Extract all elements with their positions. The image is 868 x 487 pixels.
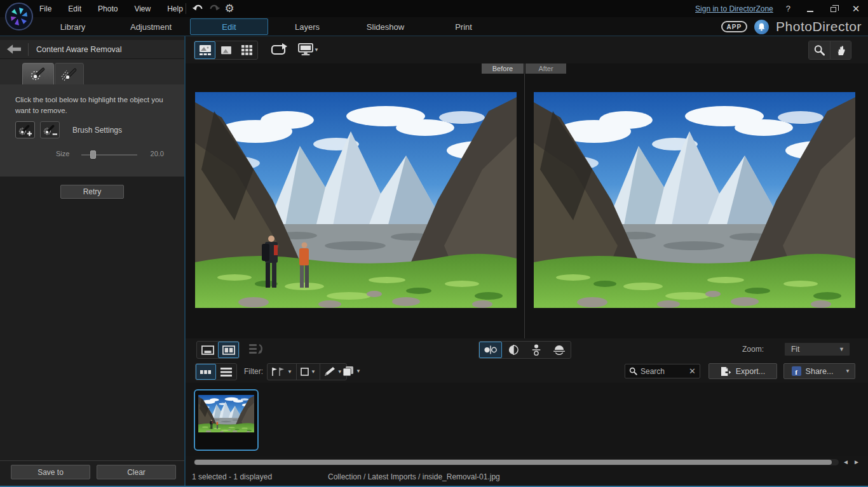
app-logo-icon [5, 3, 33, 30]
panel-bottom-bar: Save to Clear [0, 460, 184, 487]
brush-subtract-button[interactable] [40, 121, 60, 138]
restore-button[interactable] [826, 3, 840, 15]
split-view-icon [222, 345, 235, 355]
filter-label: Filter: [244, 367, 263, 376]
thumbnail-selected[interactable] [194, 389, 259, 451]
menu-photo[interactable]: Photo [98, 4, 118, 13]
scroll-right-arrow[interactable]: ► [853, 458, 860, 465]
list-view-button[interactable] [216, 364, 236, 380]
scroll-left-arrow[interactable]: ◄ [843, 458, 849, 465]
filter-color-label-button[interactable]: ▼ [296, 364, 320, 380]
adjustment-history-icon[interactable] [249, 344, 264, 357]
search-input[interactable] [641, 367, 686, 376]
brush-add-button[interactable] [15, 121, 35, 138]
back-arrow-icon [7, 44, 21, 54]
split-view-button[interactable] [218, 342, 239, 358]
retry-button[interactable]: Retry [60, 185, 124, 199]
color-label-icon [301, 368, 309, 376]
after-image[interactable] [534, 92, 855, 308]
back-button[interactable] [0, 40, 28, 59]
share-dropdown-button[interactable]: ▼ [841, 363, 855, 379]
before-image[interactable] [195, 92, 517, 308]
magnifier-icon [813, 44, 825, 56]
compare-side-by-side-button[interactable] [479, 342, 502, 358]
brush-select-icon [30, 67, 46, 82]
app-badge: APP [721, 21, 748, 32]
sign-in-link[interactable]: Sign in to DirectorZone [695, 4, 773, 13]
stack-caret: ▼ [356, 368, 361, 374]
minimize-button[interactable] [803, 3, 817, 15]
rotate-photo-button[interactable] [268, 41, 290, 58]
notification-bell-icon[interactable] [754, 20, 769, 34]
viewer-only-mode-button[interactable] [215, 41, 236, 59]
viewer-and-browser-mode-button[interactable] [194, 41, 215, 59]
zoom-dropdown[interactable]: Fit ▼ [784, 342, 850, 356]
smart-brush-tab[interactable] [22, 63, 54, 84]
before-label: Before [482, 63, 524, 74]
secondary-monitor-button[interactable]: ▼ [295, 41, 322, 58]
menu-file[interactable]: File [39, 4, 51, 13]
compare-divider [524, 63, 525, 338]
tab-slideshow[interactable]: Slideshow [346, 18, 424, 35]
viewer-browser-icon [199, 44, 212, 56]
search-box[interactable]: ✕ [625, 364, 700, 378]
filter-group: ▼ ▼ ▼ [267, 363, 347, 380]
save-to-button[interactable]: Save to [11, 465, 90, 479]
menu-edit[interactable]: Edit [68, 4, 81, 13]
compare-mode-group [478, 341, 571, 359]
single-view-icon [201, 345, 214, 355]
single-view-button[interactable] [197, 342, 218, 358]
status-bar: 1 selected - 1 displayed Collection / La… [186, 468, 868, 487]
thumbnail-image [198, 395, 254, 432]
scrollbar-track[interactable] [194, 459, 839, 465]
share-button[interactable]: f Share... [783, 363, 841, 379]
redo-icon[interactable] [208, 2, 222, 15]
tab-edit[interactable]: Edit [190, 18, 268, 35]
zoom-tool-button[interactable] [809, 41, 830, 59]
pan-tool-button[interactable] [830, 41, 851, 59]
size-value: 20.0 [151, 150, 164, 157]
size-row: Size 20.0 [0, 148, 184, 161]
tab-layers[interactable]: Layers [268, 18, 346, 35]
menu-view[interactable]: View [134, 4, 151, 13]
menu-help[interactable]: Help [167, 4, 183, 13]
export-button[interactable]: Export... [709, 363, 777, 379]
zoom-label: Zoom: [742, 345, 764, 354]
filmstrip-scroll-row: ◄ ► [186, 456, 868, 468]
scrollbar-thumb[interactable] [194, 460, 832, 465]
tab-adjustment[interactable]: Adjustment [112, 18, 190, 35]
brush-settings-label: Brush Settings [72, 126, 122, 135]
compare-split-left-right-button[interactable] [502, 342, 525, 358]
titlebar-right: Sign in to DirectorZone ? ✕ [695, 0, 863, 17]
line-removal-tab[interactable] [55, 63, 84, 84]
thumbnail-view-button[interactable] [196, 364, 216, 380]
stack-versions-button[interactable]: ▼ [339, 363, 365, 379]
tab-library[interactable]: Library [34, 18, 112, 35]
compare-split-top-bottom-button[interactable] [548, 342, 571, 358]
help-icon[interactable]: ? [782, 4, 794, 13]
brush-row: Brush Settings [15, 121, 122, 138]
slider-thumb[interactable] [90, 150, 96, 159]
share-caret-icon: ▼ [845, 368, 850, 374]
file-path: Collection / Latest Imports / inside_Rem… [328, 472, 500, 481]
browser-only-mode-button[interactable] [236, 41, 257, 59]
search-clear-icon[interactable]: ✕ [689, 366, 696, 376]
viewer-canvas: Before After [186, 63, 868, 338]
tab-print[interactable]: Print [424, 18, 503, 35]
viewer-toolbar: ▼ [186, 36, 868, 63]
side-by-side-icon [484, 345, 498, 354]
undo-icon[interactable] [191, 2, 205, 15]
module-tab-bar: Library Adjustment Edit Layers Slideshow… [0, 17, 868, 36]
compare-top-bottom-button[interactable] [525, 342, 548, 358]
export-label: Export... [736, 367, 766, 376]
filter-flag-button[interactable]: ▼ [268, 364, 296, 380]
close-button[interactable]: ✕ [849, 3, 863, 15]
restore-icon [831, 7, 836, 12]
view-mode-group [194, 41, 258, 60]
flag-filter-caret: ▼ [287, 369, 292, 375]
monitor-icon [297, 43, 314, 56]
app-name: PhotoDirector [776, 19, 862, 34]
brush-size-slider[interactable] [81, 154, 137, 156]
settings-gear-icon[interactable]: ⚙ [222, 2, 236, 15]
clear-button[interactable]: Clear [97, 465, 176, 479]
